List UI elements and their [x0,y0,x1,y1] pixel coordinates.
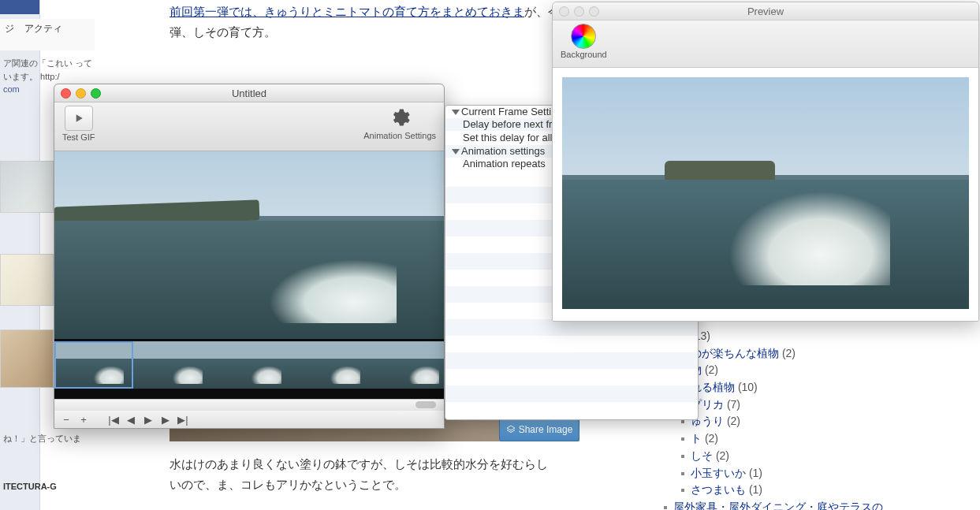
category-item[interactable]: 物 (2) [680,362,889,379]
window-title: Untitled [54,87,444,99]
gif-editor-window: Untitled Test GIF Animation Settings − +… [54,84,445,429]
tab-2[interactable]: アクティ [24,23,62,34]
category-item[interactable]: 小玉すいか (1) [680,465,889,482]
category-link[interactable]: さつまいも [691,483,746,496]
zoom-in-button[interactable]: + [78,414,89,426]
article-intro: 前回第一弾では、きゅうりとミニトマトの育て方をまとめておきまが、今回は第二弾、し… [170,2,611,42]
category-link[interactable]: のが楽ちんな植物 [691,347,779,359]
tab-1[interactable]: ジ [5,23,14,34]
category-count: (2) [702,363,718,376]
frames-scrollbar[interactable] [54,399,444,411]
fb-link[interactable]: com [3,84,20,94]
category-item[interactable]: ト (2) [680,430,889,448]
category-count: (2) [724,415,740,427]
fb-thumb-1[interactable] [0,161,54,213]
category-item[interactable]: のが楽ちんな植物 (2) [680,345,889,363]
preview-image [562,77,969,309]
next-frame-button[interactable]: ▶ [160,414,171,426]
frame-thumb[interactable] [370,341,444,389]
preview-canvas [553,68,978,322]
frame-thumb[interactable] [54,341,133,389]
gear-icon [389,106,411,128]
frame-thumb[interactable] [212,341,291,389]
category-count: (7) [724,398,740,411]
disclosure-icon [452,149,460,154]
play-button[interactable]: ▶ [143,414,154,426]
test-gif-button[interactable] [65,106,93,131]
empty-row [445,336,698,352]
prev-frame-button[interactable]: ◀ [125,414,136,426]
share-image-button[interactable]: Share Image [499,418,579,441]
background-label: Background [561,50,607,59]
preview-toolbar: Background [553,20,978,68]
empty-row [445,319,698,336]
category-count: (2) [702,432,718,445]
fb-thumb-3[interactable] [0,329,54,388]
frame-strip[interactable] [54,339,444,399]
category-item[interactable]: プリカ (7) [680,396,889,414]
disclosure-icon [452,110,460,115]
category-link[interactable]: 屋外家具・屋外ダイニング・庭やテラスの各種設備 [673,501,883,510]
preview-titlebar[interactable]: Preview [553,2,978,20]
empty-row [445,385,698,402]
empty-row [445,352,698,369]
fb-snippet-2: ね！」と言っていま [0,430,109,448]
play-icon [73,112,85,125]
animation-settings-button[interactable] [388,106,412,129]
article-paragraph: 水はけのあまり良くない塗りの鉢ですが、しそは比較的水分を好むらしいので、ま、コレ… [170,454,548,494]
titlebar[interactable]: Untitled [54,84,444,102]
empty-row [445,402,698,419]
category-link[interactable]: ト [691,432,702,445]
preview-title: Preview [553,6,978,17]
category-count: (2) [779,347,796,359]
layers-icon [506,425,516,434]
category-item[interactable]: ゅうり (2) [680,413,889,430]
playback-controls: − + |◀ ◀ ▶ ▶ ▶| [54,411,444,428]
category-count: (10) [735,381,758,393]
share-label: Share Image [519,424,573,435]
fb-thumb-2[interactable] [0,254,54,306]
category-count: (2) [713,449,729,462]
scroll-thumb[interactable] [415,401,436,408]
frame-thumb[interactable] [133,341,212,389]
frame-thumb[interactable] [291,341,370,389]
category-link[interactable]: しそ [691,449,713,462]
fb-header-strip [0,0,39,14]
preview-window: Preview Background [552,2,979,322]
empty-row [445,369,698,385]
last-frame-button[interactable]: ▶| [177,414,188,426]
category-count: (1) [746,467,762,479]
category-link[interactable]: 小玉すいか [691,467,746,479]
category-item[interactable]: (13) [680,328,889,345]
article-link[interactable]: 前回第一弾では、きゅうりとミニトマトの育て方をまとめておきま [170,5,524,18]
animation-settings-label: Animation Settings [363,131,436,140]
test-gif-label: Test GIF [62,132,95,142]
zoom-out-button[interactable]: − [61,414,72,426]
background-color-button[interactable] [571,24,596,49]
category-item[interactable]: 屋外家具・屋外ダイニング・庭やテラスの各種設備 (11) [662,499,889,510]
category-item[interactable]: れる植物 (10) [680,379,889,396]
fb-arch-label: ITECTURA-G [0,478,60,494]
gif-toolbar: Test GIF Animation Settings [54,102,444,151]
category-count: (1) [746,483,762,496]
first-frame-button[interactable]: |◀ [108,414,119,426]
gif-preview-canvas [54,151,444,339]
category-item[interactable]: さつまいも (1) [680,482,889,499]
browser-tabs[interactable]: ジ アクティ [0,19,95,50]
category-item[interactable]: しそ (2) [680,448,889,465]
